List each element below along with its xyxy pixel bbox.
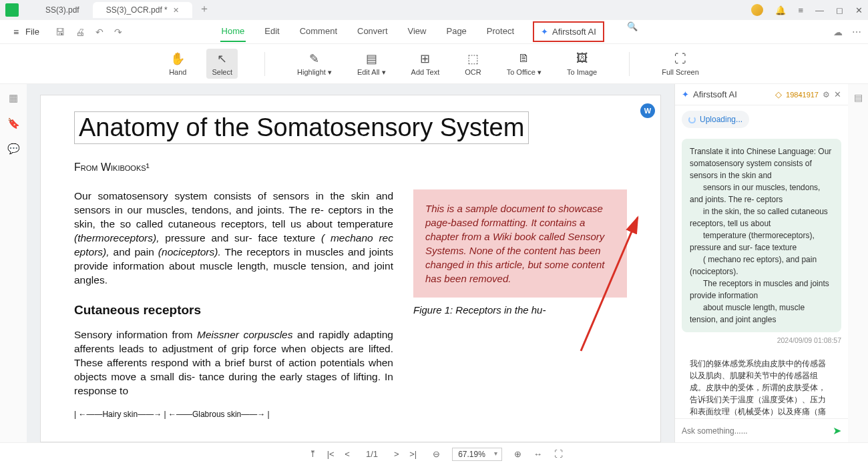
office-icon: 🗎 xyxy=(518,51,530,66)
tab-ss3[interactable]: SS(3).pdf xyxy=(32,2,93,18)
text-icon: ⊞ xyxy=(420,51,430,66)
uploading-label: Uploading... xyxy=(700,115,742,124)
tool-label: Highlight ▾ xyxy=(297,68,332,77)
menu-comment[interactable]: Comment xyxy=(298,21,339,42)
ocr-icon: ⬚ xyxy=(467,51,479,66)
send-icon[interactable]: ➤ xyxy=(833,424,841,437)
save-icon[interactable]: 🖫 xyxy=(55,27,65,37)
callout-note: This is a sample document to showcase pa… xyxy=(413,189,627,298)
close-icon[interactable]: ✕ xyxy=(173,6,179,15)
hamburger-icon xyxy=(13,27,21,37)
maximize-icon[interactable]: ◻ xyxy=(836,5,843,15)
ai-panel-title: Afirstsoft AI xyxy=(693,89,737,99)
figure-caption: Figure 1: Receptors in the hu- xyxy=(413,304,627,316)
search-icon[interactable]: 🔍 xyxy=(627,21,638,42)
file-label: File xyxy=(25,27,39,37)
tool-select[interactable]: ↖Select xyxy=(206,49,238,79)
tool-label: Edit All ▾ xyxy=(357,68,386,77)
fit-width-icon[interactable]: ↔ xyxy=(533,449,542,459)
ellipsis-icon[interactable]: ⋯ xyxy=(852,27,861,37)
hand-icon: ✋ xyxy=(170,51,185,66)
chat-message-ai: 我们的躯体感觉系统由皮肤中的传感器以及肌肉、肌腱和关节中的传感器组成。皮肤中的受… xyxy=(682,351,841,418)
spinner-icon xyxy=(688,116,696,123)
bookmark-icon[interactable]: 🔖 xyxy=(7,117,20,129)
tool-ocr[interactable]: ⬚OCR xyxy=(459,49,486,79)
ai-token-count: 19841917 xyxy=(786,91,819,99)
chat-timestamp: 2024/09/09 01:08:57 xyxy=(682,336,841,344)
tool-label: OCR xyxy=(465,68,481,76)
tool-label: Add Text xyxy=(411,68,440,76)
menu-view[interactable]: View xyxy=(407,21,428,42)
tool-toimage[interactable]: 🖼To Image xyxy=(562,49,602,79)
afirstsoft-ai-button[interactable]: ✦Afirstsoft AI xyxy=(533,21,604,42)
panel-toggle-icon[interactable]: ▤ xyxy=(854,92,863,103)
first-page-icon[interactable]: ⤒ xyxy=(305,449,320,459)
separator xyxy=(629,52,630,76)
prev-page-icon[interactable]: < xyxy=(341,449,354,459)
redo-icon[interactable]: ↷ xyxy=(114,27,122,37)
uploading-pill: Uploading... xyxy=(682,111,749,128)
cloud-icon[interactable]: ☁ xyxy=(833,27,843,37)
prev-chapter-icon[interactable]: |< xyxy=(323,449,339,459)
ai-button-label: Afirstsoft AI xyxy=(552,27,596,37)
zoom-in-icon[interactable]: ⊕ xyxy=(514,449,521,459)
tab-ss3-ocr[interactable]: SS(3)_OCR.pdf *✕ xyxy=(93,2,192,18)
tool-highlight[interactable]: ✎Highlight ▾ xyxy=(292,49,337,79)
next-chapter-icon[interactable]: >| xyxy=(405,449,421,459)
ai-input[interactable] xyxy=(682,426,833,436)
separator xyxy=(264,52,265,76)
menu-edit[interactable]: Edit xyxy=(263,21,280,42)
undo-icon[interactable]: ↶ xyxy=(95,27,103,37)
image-icon: 🖼 xyxy=(576,51,588,66)
print-icon[interactable]: 🖨 xyxy=(75,27,85,37)
tab-label: SS(3)_OCR.pdf * xyxy=(106,5,168,15)
token-icon: ◇ xyxy=(775,89,782,99)
app-logo xyxy=(5,3,19,17)
tool-editall[interactable]: ▤Edit All ▾ xyxy=(352,49,391,79)
doc-title[interactable]: Anatomy of the Somatosensory System xyxy=(74,111,529,144)
file-menu[interactable]: File xyxy=(7,24,46,40)
comments-icon[interactable]: 💬 xyxy=(7,143,20,155)
fullscreen-icon: ⛶ xyxy=(674,51,686,66)
gear-icon[interactable]: ⚙ xyxy=(823,90,830,99)
tool-hand[interactable]: ✋Hand xyxy=(164,49,192,79)
menu-protect[interactable]: Protect xyxy=(485,21,515,42)
tab-label: SS(3).pdf xyxy=(45,5,79,15)
next-page-icon[interactable]: > xyxy=(390,449,403,459)
close-panel-icon[interactable]: ✕ xyxy=(834,89,841,99)
menu-page[interactable]: Page xyxy=(445,21,467,42)
tool-addtext[interactable]: ⊞Add Text xyxy=(406,49,445,79)
highlight-icon: ✎ xyxy=(309,51,319,66)
body-paragraph: Our somatosensory system consists of sen… xyxy=(74,189,393,287)
sparkle-icon: ✦ xyxy=(682,89,689,99)
thumbnails-icon[interactable]: ▦ xyxy=(9,92,18,104)
tool-label: Full Screen xyxy=(662,68,699,76)
bell-icon[interactable]: 🔔 xyxy=(775,5,786,15)
tool-fullscreen[interactable]: ⛶Full Screen xyxy=(656,49,704,79)
fit-page-icon[interactable]: ⛶ xyxy=(554,449,563,459)
menu-icon[interactable]: ≡ xyxy=(798,5,803,15)
tool-label: Hand xyxy=(169,68,186,76)
tool-label: To Image xyxy=(567,68,597,76)
menu-home[interactable]: Home xyxy=(220,21,246,42)
zoom-select[interactable]: 67.19% xyxy=(452,448,502,461)
chat-message-user: Translate it into Chinese Language: Our … xyxy=(682,139,841,332)
body-paragraph: Sensory information from Meissner corpus… xyxy=(74,328,393,398)
edit-icon: ▤ xyxy=(366,51,377,66)
new-tab-button[interactable]: ＋ xyxy=(192,2,216,18)
tool-label: To Office ▾ xyxy=(507,68,541,77)
menu-convert[interactable]: Convert xyxy=(356,21,389,42)
pdf-page: W Anatomy of the Somatosensory System Fr… xyxy=(40,95,661,442)
minimize-icon[interactable]: — xyxy=(815,5,824,15)
close-window-icon[interactable]: ✕ xyxy=(855,5,863,15)
zoom-out-icon[interactable]: ⊖ xyxy=(433,449,440,459)
tool-label: Select xyxy=(212,68,232,76)
sparkle-icon: ✦ xyxy=(541,27,548,37)
doc-subtitle: From Wikibooks¹ xyxy=(74,161,627,173)
user-avatar-icon[interactable] xyxy=(751,4,763,16)
cursor-icon: ↖ xyxy=(217,51,227,66)
figure-line: | ←——Hairy skin——→ | ←——Glabrous skin——→… xyxy=(74,409,393,420)
page-indicator: 1/1 xyxy=(366,449,378,459)
tool-tooffice[interactable]: 🗎To Office ▾ xyxy=(501,49,547,79)
word-badge-icon[interactable]: W xyxy=(640,103,655,118)
